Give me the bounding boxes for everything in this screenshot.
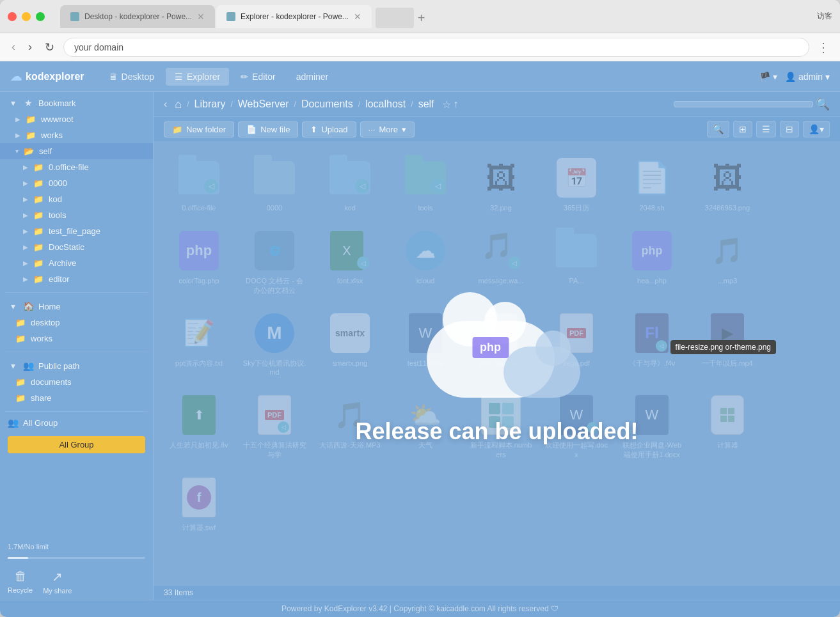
sidebar-item-wwwroot[interactable]: ▶ 📁 wwwroot: [0, 111, 153, 127]
minimize-button[interactable]: [22, 12, 31, 21]
recycle-label: Recycle: [8, 586, 33, 594]
recycle-button[interactable]: 🗑 Recycle: [8, 569, 33, 595]
sidebar-home-header[interactable]: ▾ 🏠 Home: [0, 298, 153, 315]
sidebar-item-self[interactable]: ▾ 📂 self: [0, 143, 153, 159]
nav-adminer[interactable]: adminer: [287, 68, 338, 86]
recycle-icon: 🗑: [14, 569, 27, 584]
main-area: ▾ ★ Bookmark ▶ 📁 wwwroot ▶ 📁 works: [0, 92, 840, 600]
folder-icon: 📁: [33, 194, 44, 204]
breadcrumb-localhost[interactable]: localhost: [365, 98, 406, 110]
tooltip-text: file-resize.png or-theme.png: [676, 343, 771, 352]
sidebar-home-label: Home: [38, 302, 61, 311]
refresh-button[interactable]: ↻: [41, 38, 58, 57]
breadcrumb-sep4: /: [356, 100, 363, 109]
chevron-down-icon: ▾: [8, 301, 18, 311]
status-bar: 33 Items: [154, 585, 840, 600]
folder-icon: 📁: [33, 258, 44, 268]
browser-tab-explorer[interactable]: Explorer - kodexplorer - Powe... ✕: [216, 5, 372, 28]
nav-desktop[interactable]: 🖥 Desktop: [100, 68, 163, 86]
nav-explorer-label: Explorer: [187, 72, 220, 82]
new-file-icon: 📄: [246, 125, 257, 134]
new-tab-button[interactable]: +: [415, 8, 428, 28]
sidebar-item-docstatic[interactable]: ▶ 📁 DocStatic: [0, 239, 153, 255]
nav-controls: ‹: [164, 98, 167, 110]
nav-explorer[interactable]: ☰ Explorer: [166, 68, 229, 86]
traffic-lights: [8, 12, 45, 21]
sidebar-desktop-label: desktop: [31, 318, 60, 327]
editor-icon: ✏: [241, 72, 248, 82]
grid-view-button[interactable]: ⊞: [733, 121, 752, 137]
language-flag[interactable]: 🏴 ▾: [759, 72, 777, 82]
sidebar-public-header[interactable]: ▾ 👥 Public path: [0, 357, 153, 374]
breadcrumb-documents[interactable]: Documents: [301, 98, 353, 110]
sidebar-works-home-label: works: [31, 334, 52, 343]
sidebar-item-0000[interactable]: ▶ 📁 0000: [0, 175, 153, 191]
cloud-illustration: php: [420, 283, 574, 398]
search-button[interactable]: 🔍: [816, 97, 830, 111]
nav-editor[interactable]: ✏ Editor: [232, 68, 285, 86]
expand-icon: ▶: [23, 276, 28, 283]
new-file-button[interactable]: 📄 New file: [238, 121, 298, 137]
app-header: ☁ kodexplorer 🖥 Desktop ☰ Explorer ✏ Edi…: [0, 61, 840, 92]
sidebar-item-kod[interactable]: ▶ 📁 kod: [0, 191, 153, 207]
sidebar-section-home: ▾ 🏠 Home 📁 desktop 📁 works: [0, 295, 153, 349]
browser-menu-button[interactable]: ⋮: [814, 37, 832, 58]
forward-button[interactable]: ›: [24, 38, 36, 56]
sidebar-item-editor[interactable]: ▶ 📁 editor: [0, 271, 153, 287]
folder-icon: 📁: [33, 162, 44, 172]
breadcrumb-sep2: /: [228, 100, 235, 109]
up-nav-button[interactable]: ↑: [454, 98, 459, 110]
upload-button[interactable]: ⬆ Upload: [302, 121, 356, 137]
sidebar-item-works-home[interactable]: 📁 works: [0, 331, 153, 347]
address-input[interactable]: [63, 38, 809, 57]
browser-user: 访客: [817, 11, 832, 22]
back-nav-button[interactable]: ‹: [164, 98, 167, 110]
sidebar-item-desktop[interactable]: 📁 desktop: [0, 315, 153, 331]
item-count: 33 Items: [164, 588, 193, 597]
tab-close-explorer[interactable]: ✕: [354, 12, 361, 22]
more-button[interactable]: ··· More ▾: [360, 121, 415, 137]
my-share-label: My share: [43, 587, 72, 595]
my-share-button[interactable]: ↗ My share: [43, 569, 72, 595]
storage-bar: [8, 557, 145, 559]
search-icon-button[interactable]: 🔍: [707, 121, 729, 137]
favorite-button[interactable]: ☆: [442, 98, 451, 111]
sidebar-item-documents[interactable]: 📁 documents: [0, 374, 153, 390]
browser-tab-desktop[interactable]: Desktop - kodexplorer - Powe... ✕: [60, 5, 215, 28]
file-view-toolbar: 📁 New folder 📄 New file ⬆ Upload ··· Mor…: [154, 117, 840, 142]
desktop-icon: 🖥: [109, 72, 118, 82]
folder-icon: 📂: [24, 146, 34, 156]
home-icon: 🏠: [23, 301, 33, 311]
sidebar-item-works[interactable]: ▶ 📁 works: [0, 127, 153, 143]
breadcrumb-webserver[interactable]: WebServer: [238, 98, 289, 110]
sidebar-documents-label: documents: [31, 377, 72, 387]
sidebar-all-group[interactable]: 👥 All Group: [0, 414, 153, 431]
sidebar-0000-label: 0000: [49, 178, 67, 188]
all-group-button[interactable]: All Group: [8, 436, 145, 453]
maximize-button[interactable]: [36, 12, 45, 21]
tab-close-desktop[interactable]: ✕: [197, 12, 205, 22]
sidebar-item-office-file[interactable]: ▶ 📁 0.office-file: [0, 159, 153, 175]
sidebar-item-share[interactable]: 📁 share: [0, 390, 153, 406]
tab-favicon-desktop: [70, 12, 79, 21]
breadcrumb-self[interactable]: self: [418, 98, 434, 110]
new-folder-button[interactable]: 📁 New folder: [164, 121, 234, 137]
breadcrumb-library[interactable]: Library: [194, 98, 226, 110]
back-button[interactable]: ‹: [8, 38, 19, 56]
list-view-button[interactable]: ☰: [756, 121, 776, 137]
close-button[interactable]: [8, 12, 17, 21]
file-grid: ◁ 0.office-file 0000: [154, 142, 840, 585]
sidebar-section-public: ▾ 👥 Public path 📁 documents 📁 share: [0, 355, 153, 409]
sidebar-actions: 🗑 Recycle ↗ My share: [0, 564, 153, 600]
user-menu[interactable]: 👤 admin ▾: [785, 72, 830, 82]
sidebar-item-archive[interactable]: ▶ 📁 Archive: [0, 255, 153, 271]
home-nav-button[interactable]: ⌂: [175, 98, 182, 111]
sidebar-bookmark-header[interactable]: ▾ ★ Bookmark: [0, 95, 153, 111]
expand-icon: ▶: [23, 212, 28, 219]
sort-button[interactable]: 👤▾: [803, 121, 830, 137]
header-right: 🏴 ▾ 👤 admin ▾: [759, 72, 830, 82]
details-view-button[interactable]: ⊟: [780, 121, 799, 137]
sidebar-item-test-file-page[interactable]: ▶ 📁 test_file_page: [0, 223, 153, 239]
sidebar-item-tools[interactable]: ▶ 📁 tools: [0, 207, 153, 223]
tab-label-explorer: Explorer - kodexplorer - Powe...: [241, 12, 349, 21]
